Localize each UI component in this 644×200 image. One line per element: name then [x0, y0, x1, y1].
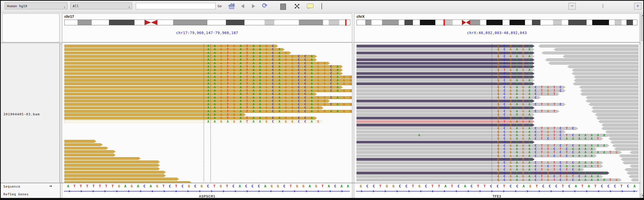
refseq-track-label[interactable]: RefSeq Genes: [3, 193, 29, 196]
read[interactable]: [64, 171, 166, 174]
mate-read[interactable]: [591, 106, 638, 109]
mate-read[interactable]: [595, 113, 638, 116]
mate-read[interactable]: [580, 93, 638, 95]
chrX-ideogram[interactable]: [357, 20, 637, 25]
mate-read[interactable]: [588, 103, 638, 106]
strand-arrow-icon[interactable]: →: [49, 183, 52, 188]
mate-read[interactable]: [554, 48, 638, 51]
base-letter: C: [501, 62, 507, 65]
mate-read[interactable]: [610, 141, 638, 143]
home-button[interactable]: [228, 3, 235, 11]
mate-read[interactable]: [607, 134, 638, 137]
base-letter: T: [545, 147, 551, 150]
igv-window: Human hg19 ∨ All ∨ Go ⟳: [0, 0, 644, 200]
read[interactable]: [64, 167, 160, 170]
mate-read[interactable]: [567, 65, 638, 68]
base-letter: C: [557, 89, 564, 92]
mate-read[interactable]: [614, 148, 638, 150]
read[interactable]: [64, 157, 141, 160]
base-letter: A: [576, 144, 582, 147]
read[interactable]: [64, 161, 160, 163]
scroll-up-button[interactable]: ▲: [641, 13, 644, 18]
mate-read[interactable]: [541, 52, 638, 54]
zoom-out-button[interactable]: −: [569, 3, 576, 10]
chr17-bottom-tracks[interactable]: ASPSCR1 ATTTTTTTGAGACAGTCTCGCGCTGTCACCCA…: [62, 183, 352, 198]
base-letter: A: [526, 106, 532, 109]
fit-to-window-button[interactable]: [294, 3, 300, 10]
base-letter: T: [160, 184, 167, 188]
mate-read[interactable]: [601, 124, 638, 126]
chromosome-select[interactable]: All ∨: [70, 2, 132, 9]
read[interactable]: [64, 147, 108, 150]
base-letter: T: [244, 96, 250, 99]
vertical-scrollbar[interactable]: ▲ ▼: [640, 13, 644, 198]
base-letter: A: [526, 92, 532, 95]
mate-read[interactable]: [629, 175, 638, 178]
chrX-bottom-tracks[interactable]: TFE3 GCCTGGCCTGCTTATCACTTCCTCCAGTCCCTCAT…: [354, 183, 640, 198]
tooltip-behavior-button[interactable]: [307, 4, 313, 8]
read[interactable]: [64, 164, 160, 167]
scroll-down-button[interactable]: ▼: [641, 194, 644, 198]
mate-read[interactable]: [596, 117, 638, 119]
chrX-alignment-panel[interactable]: GCGAGAGCGAGAGCGAGAGCGAGAGCGAGAGCGAGAGCGA…: [354, 43, 640, 183]
mate-read[interactable]: [624, 168, 638, 171]
mate-read[interactable]: [579, 86, 638, 89]
refresh-button[interactable]: ⟳: [262, 2, 267, 9]
mate-read[interactable]: [598, 120, 638, 123]
base-letter: A: [257, 65, 263, 68]
mate-read[interactable]: [631, 179, 638, 181]
chr17-alignment-panel[interactable]: AAGTGATAAGCAAGTGATAAGCAAAGTGATAAGCAGAAGT…: [62, 43, 352, 183]
read[interactable]: [64, 150, 116, 153]
mate-read[interactable]: [619, 155, 638, 157]
mate-read[interactable]: [580, 89, 638, 92]
read[interactable]: [64, 143, 103, 146]
mate-read[interactable]: [605, 131, 638, 133]
bam-track-label[interactable]: 201904405-03.bam: [3, 112, 40, 116]
mate-read[interactable]: [601, 127, 638, 130]
mate-read[interactable]: [586, 96, 638, 99]
read[interactable]: [64, 140, 96, 143]
genome-select[interactable]: Human hg19 ∨: [5, 2, 67, 9]
mate-read[interactable]: [630, 151, 638, 154]
mate-read[interactable]: [563, 55, 638, 58]
multilocus-view-button[interactable]: [280, 4, 286, 10]
base-letter: A: [307, 184, 313, 188]
mate-read[interactable]: [591, 110, 638, 113]
gene-direction-arrow-icon: [105, 190, 106, 192]
go-button[interactable]: Go: [218, 4, 222, 8]
mate-read[interactable]: [586, 100, 638, 102]
base-letter: C: [501, 106, 507, 109]
base-letter: T: [533, 184, 540, 188]
mate-read[interactable]: [621, 158, 638, 161]
base-letter: G: [520, 110, 526, 113]
base-letter: T: [557, 154, 564, 157]
zoom-slider[interactable]: [603, 4, 603, 8]
forward-button[interactable]: [252, 4, 255, 9]
base-letter: A: [257, 92, 263, 95]
mate-read[interactable]: [574, 76, 638, 78]
mate-read[interactable]: [538, 45, 638, 47]
base-letter: G: [507, 86, 514, 89]
mate-read[interactable]: [630, 165, 638, 168]
read[interactable]: [64, 174, 166, 177]
mate-read[interactable]: [572, 72, 638, 75]
mate-read[interactable]: [626, 172, 638, 174]
read[interactable]: [64, 178, 179, 180]
scrollbar-thumb[interactable]: [641, 18, 644, 41]
mate-read[interactable]: [574, 79, 638, 82]
mate-read[interactable]: [612, 144, 638, 147]
base-letter: G: [341, 82, 347, 85]
read[interactable]: [64, 154, 116, 156]
back-button[interactable]: [241, 4, 244, 9]
mate-read[interactable]: [548, 62, 638, 65]
base-letter: A: [276, 82, 283, 85]
mate-read[interactable]: [608, 137, 638, 140]
sequence-track-label[interactable]: Sequence: [3, 185, 20, 188]
locus-search-input[interactable]: [136, 3, 216, 9]
mate-read[interactable]: [545, 58, 638, 61]
zoom-in-button[interactable]: +: [634, 3, 641, 10]
mate-read[interactable]: [572, 69, 638, 71]
mate-read[interactable]: [622, 161, 638, 164]
chr17-ideogram[interactable]: [64, 20, 350, 25]
mate-read[interactable]: [573, 82, 638, 85]
